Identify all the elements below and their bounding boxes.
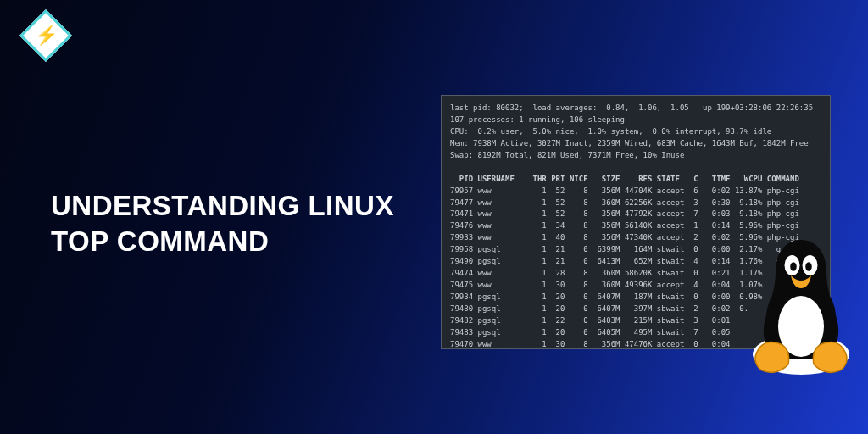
svg-point-4 bbox=[790, 262, 797, 271]
process-row: 79480 pgsql 1 20 0 6407M 397M sbwait 2 0… bbox=[450, 304, 781, 313]
top-header-mem: Mem: 7938M Active, 3027M Inact, 2359M Wi… bbox=[450, 139, 809, 147]
tux-linux-icon bbox=[737, 227, 865, 380]
process-row: 79482 pgsql 1 22 0 6403M 215M sbwait 3 0… bbox=[450, 316, 731, 325]
page-title: UNDERSTANDING LINUX TOP COMMAND bbox=[51, 188, 424, 259]
process-row: 79471 www 1 52 8 356M 47792K accept 7 0:… bbox=[450, 209, 799, 218]
process-row: 79483 pgsql 1 20 0 6405M 495M sbwait 7 0… bbox=[450, 328, 731, 337]
process-row: 79957 www 1 52 8 356M 44704K accept 6 0:… bbox=[450, 186, 799, 195]
top-header-processes: 107 processes: 1 running, 106 sleeping bbox=[450, 115, 625, 124]
top-header-swap: Swap: 8192M Total, 821M Used, 7371M Free… bbox=[450, 151, 684, 159]
title-line-1: UNDERSTANDING LINUX bbox=[51, 188, 424, 224]
lightning-icon: ⚡ bbox=[35, 25, 58, 47]
process-row: 79934 pgsql 1 20 0 6407M 187M sbwait 0 0… bbox=[450, 292, 786, 301]
process-row: 79470 www 1 30 8 356M 47476K accept 0 0:… bbox=[450, 340, 731, 348]
top-column-headers: PID USERNAME THR PRI NICE SIZE RES STATE… bbox=[450, 175, 799, 183]
top-header-cpu: CPU: 0.2% user, 5.0% nice, 1.0% system, … bbox=[450, 127, 771, 136]
site-logo: ⚡ bbox=[17, 7, 75, 64]
svg-point-5 bbox=[805, 262, 812, 271]
top-header-lastpid: last pid: 80032; load averages: 0.84, 1.… bbox=[450, 103, 813, 112]
process-row: 79477 www 1 52 8 360M 62256K accept 3 0:… bbox=[450, 198, 799, 207]
title-line-2: TOP COMMAND bbox=[51, 224, 424, 259]
logo-frame: ⚡ bbox=[19, 9, 72, 62]
